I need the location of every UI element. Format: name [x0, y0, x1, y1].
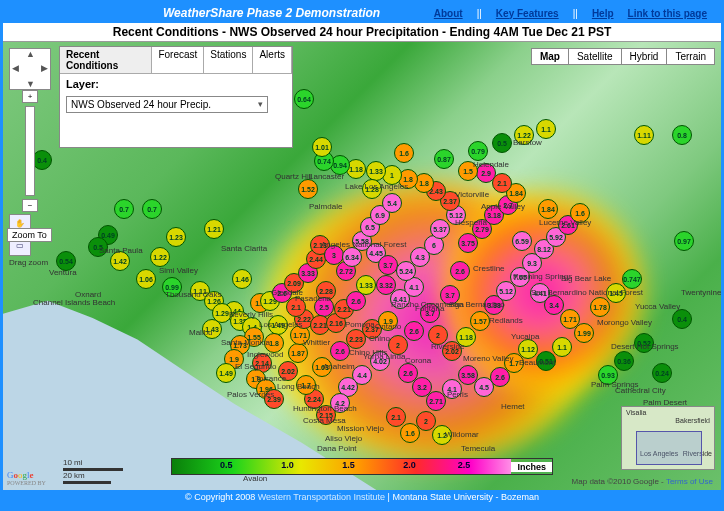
- place-label: Running Springs: [513, 272, 572, 281]
- station-marker[interactable]: 1.57: [470, 311, 490, 331]
- station-marker[interactable]: 1.11: [634, 125, 654, 145]
- station-marker[interactable]: 3.58: [458, 365, 478, 385]
- place-label: Moreno Valley: [463, 354, 514, 363]
- footer-bar: © Copyright 2008 Western Transportation …: [3, 490, 721, 504]
- station-marker[interactable]: 1.22: [150, 247, 170, 267]
- station-marker[interactable]: 0.7: [114, 199, 134, 219]
- station-marker[interactable]: 0.7: [142, 199, 162, 219]
- header-links: About || Key Features || Help Link to th…: [434, 8, 721, 19]
- layer-label: Layer:: [60, 74, 292, 94]
- drag-zoom-label: Drag zoom: [9, 258, 51, 267]
- place-label: Simi Valley: [159, 266, 198, 275]
- panel-tabs: Recent Conditions Forecast Stations Aler…: [60, 47, 292, 74]
- place-label: Santa Paula: [99, 246, 143, 255]
- station-marker[interactable]: 0.24: [652, 363, 672, 383]
- place-label: Lucerne Valley: [539, 218, 591, 227]
- station-marker[interactable]: 1.01: [312, 137, 332, 157]
- place-label: Ontario: [375, 322, 401, 331]
- about-link[interactable]: About: [434, 8, 463, 19]
- place-label: Barstow: [513, 138, 542, 147]
- place-label: Ventura: [49, 268, 77, 277]
- station-marker[interactable]: 5.37: [430, 219, 450, 239]
- place-label: Morongo Valley: [597, 318, 652, 327]
- station-marker[interactable]: 5.4: [382, 193, 402, 213]
- station-marker[interactable]: 0.36: [614, 351, 634, 371]
- station-marker[interactable]: 0.4: [672, 309, 692, 329]
- station-marker[interactable]: 4.5: [474, 377, 494, 397]
- maptype-hybrid[interactable]: Hybrid: [621, 48, 668, 65]
- help-link[interactable]: Help: [592, 8, 614, 19]
- maptype-satellite[interactable]: Satellite: [568, 48, 622, 65]
- wti-link[interactable]: Western Transportation Institute: [258, 492, 385, 502]
- zoom-out-button[interactable]: −: [22, 199, 38, 212]
- zoom-in-button[interactable]: +: [22, 90, 38, 103]
- layer-select[interactable]: NWS Observed 24 hour Precip.: [66, 96, 268, 113]
- place-label: Chino Hills: [349, 348, 387, 357]
- place-label: Glendale: [271, 288, 303, 297]
- station-marker[interactable]: 1.23: [166, 227, 186, 247]
- place-label: Mission Viejo: [337, 424, 384, 433]
- station-marker[interactable]: 2.6: [398, 363, 418, 383]
- place-label: Redlands: [489, 316, 523, 325]
- tab-alerts[interactable]: Alerts: [253, 47, 292, 73]
- pan-control[interactable]: ▲▼ ◀▶: [9, 48, 51, 90]
- permalink-link[interactable]: Link to this page: [628, 8, 707, 19]
- zoom-to-button[interactable]: Zoom To: [7, 228, 52, 242]
- legend-gradient: 0.5 1.0 1.5 2.0 2.5: [172, 459, 511, 474]
- place-label: Riverside: [431, 342, 464, 351]
- station-marker[interactable]: 6.59: [512, 231, 532, 251]
- station-marker[interactable]: 0.747: [622, 269, 642, 289]
- tab-recent[interactable]: Recent Conditions: [60, 47, 152, 73]
- station-marker[interactable]: 0.64: [294, 89, 314, 109]
- place-label: Inglewood: [247, 350, 283, 359]
- station-marker[interactable]: 0.5: [492, 133, 512, 153]
- page-subtitle: Recent Conditions - NWS Observed 24 hour…: [3, 23, 721, 42]
- zoom-slider[interactable]: [25, 106, 35, 196]
- station-marker[interactable]: 1.84: [538, 199, 558, 219]
- station-marker[interactable]: 0.79: [468, 141, 488, 161]
- place-label: Lancaster: [309, 172, 344, 181]
- place-label: Apple Valley: [481, 202, 525, 211]
- google-logo: GooglePOWERED BY: [7, 470, 46, 486]
- map-canvas[interactable]: 0.40.60.70.490.50.541.421.221.231.060.99…: [3, 42, 721, 490]
- color-legend: 0.5 1.0 1.5 2.0 2.5 Inches: [171, 458, 553, 475]
- features-link[interactable]: Key Features: [496, 8, 559, 19]
- maptype-map[interactable]: Map: [531, 48, 569, 65]
- terms-link[interactable]: Terms of Use: [666, 477, 713, 486]
- maptype-terrain[interactable]: Terrain: [666, 48, 715, 65]
- station-marker[interactable]: 1.49: [216, 363, 236, 383]
- tab-forecast[interactable]: Forecast: [152, 47, 204, 73]
- station-marker[interactable]: 0.97: [674, 231, 694, 251]
- place-label: Fontana: [415, 304, 444, 313]
- station-marker[interactable]: 2.6: [450, 261, 470, 281]
- station-marker[interactable]: 1.1: [536, 119, 556, 139]
- header-bar: WeatherShare Phase 2 Demonstration About…: [3, 3, 721, 23]
- station-marker[interactable]: 1.33: [366, 161, 386, 181]
- place-label: Palos Verdes: [227, 390, 274, 399]
- place-label: Pomona: [345, 320, 375, 329]
- place-label: Beaumont: [519, 358, 555, 367]
- overview-map[interactable]: Visalia Bakersfield Los Angeles Riversid…: [621, 406, 715, 470]
- place-label: Chino: [369, 334, 390, 343]
- station-marker[interactable]: 1.78: [590, 297, 610, 317]
- station-marker[interactable]: 1.6: [394, 143, 414, 163]
- place-label: Helendale: [473, 160, 509, 169]
- place-label: Victorville: [455, 190, 489, 199]
- place-label: Long Beach: [277, 382, 320, 391]
- place-label: Dana Point: [317, 444, 357, 453]
- tab-stations[interactable]: Stations: [204, 47, 253, 73]
- station-marker[interactable]: 3.7: [378, 255, 398, 275]
- place-label: Hemet: [501, 402, 525, 411]
- station-marker[interactable]: 0.8: [672, 125, 692, 145]
- station-marker[interactable]: 1.46: [232, 269, 252, 289]
- place-label: Lake Los Angeles: [345, 182, 408, 191]
- station-marker[interactable]: 1.52: [298, 179, 318, 199]
- station-marker[interactable]: 1.99: [574, 323, 594, 343]
- station-marker[interactable]: 2.6: [404, 321, 424, 341]
- station-marker[interactable]: 1.1: [552, 337, 572, 357]
- station-marker[interactable]: 1.06: [136, 269, 156, 289]
- place-label: Beverly Hills: [229, 310, 273, 319]
- station-marker[interactable]: 1.33: [356, 275, 376, 295]
- station-marker[interactable]: 1.21: [204, 219, 224, 239]
- station-marker[interactable]: 0.87: [434, 149, 454, 169]
